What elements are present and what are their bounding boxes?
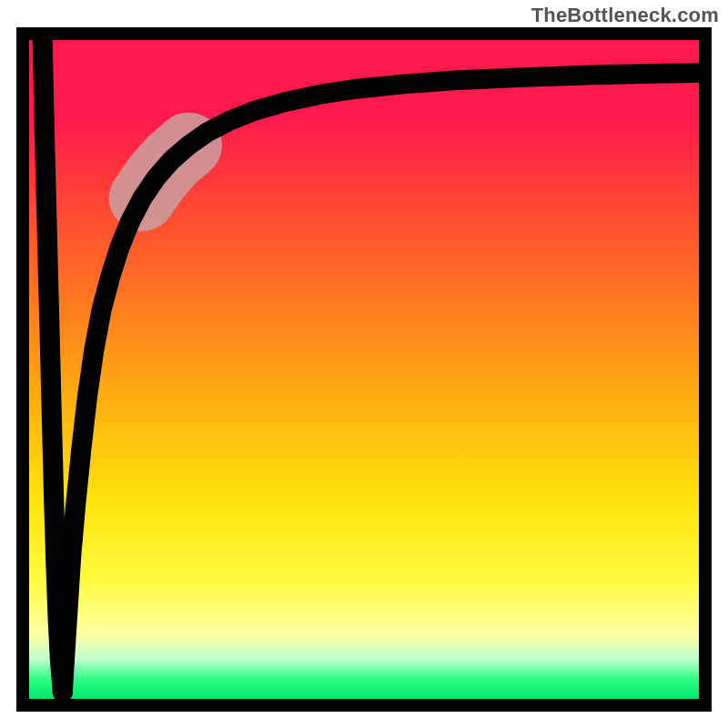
figure-root: TheBottleneck.com [0,0,728,728]
curve-right-ascent [63,73,699,693]
attribution-text: TheBottleneck.com [531,4,719,27]
curve-layer [29,40,699,699]
plot-frame [16,27,712,712]
